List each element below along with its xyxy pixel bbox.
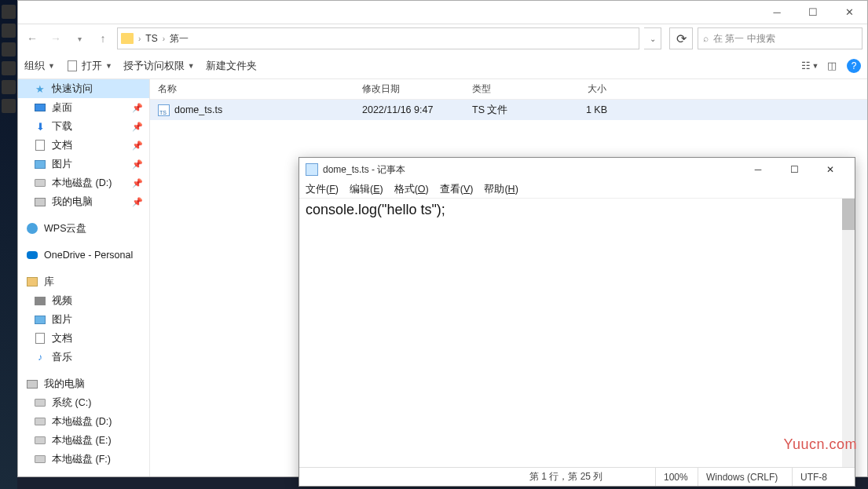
sidebar-lib-pictures[interactable]: 图片 xyxy=(18,310,149,329)
breadcrumb-seg[interactable]: TS xyxy=(145,33,157,44)
menu-edit[interactable]: 编辑(E) xyxy=(350,183,383,196)
notepad-window: dome_ts.ts - 记事本 ─ ☐ ✕ 文件(F) 编辑(E) 格式(O)… xyxy=(298,157,855,487)
file-name: dome_ts.ts xyxy=(174,104,222,115)
notepad-title: dome_ts.ts - 记事本 xyxy=(323,163,740,177)
status-zoom: 100% xyxy=(655,468,698,486)
status-position: 第 1 行，第 25 列 xyxy=(522,468,655,486)
sidebar-ldisk-e[interactable]: 本地磁盘 (E:) xyxy=(18,431,149,450)
pin-icon: 📌 xyxy=(132,103,143,113)
pin-icon: 📌 xyxy=(132,178,143,188)
sidebar-sys-c[interactable]: 系统 (C:) xyxy=(18,393,149,412)
pin-icon: 📌 xyxy=(132,197,143,207)
sidebar-library[interactable]: 库 xyxy=(18,272,149,291)
notepad-icon xyxy=(306,163,318,176)
sidebar-my-pc[interactable]: 我的电脑📌 xyxy=(18,192,149,211)
watermark: Yuucn.com xyxy=(783,436,857,453)
sidebar-ldisk-f[interactable]: 本地磁盘 (F:) xyxy=(18,450,149,469)
breadcrumb-seg[interactable]: 第一 xyxy=(170,32,189,46)
nav-up-icon[interactable]: ↑ xyxy=(93,29,112,48)
menu-file[interactable]: 文件(F) xyxy=(306,183,339,196)
folder-icon xyxy=(121,33,134,44)
nav-forward-icon[interactable]: → xyxy=(46,29,65,48)
sidebar-ldisk-d[interactable]: 本地磁盘 (D:) xyxy=(18,412,149,431)
file-size: 1 KB xyxy=(560,104,615,115)
explorer-titlebar[interactable]: ─ ☐ ✕ xyxy=(18,1,867,24)
sidebar-this-pc[interactable]: 我的电脑 xyxy=(18,374,149,393)
file-row[interactable]: dome_ts.ts 2022/11/16 9:47 TS 文件 1 KB xyxy=(150,100,867,120)
sidebar-pictures[interactable]: 图片📌 xyxy=(18,155,149,173)
file-type: TS 文件 xyxy=(464,104,560,117)
maximize-button[interactable]: ☐ xyxy=(776,158,812,181)
view-options-icon[interactable]: ☷▼ xyxy=(803,59,817,73)
close-button[interactable]: ✕ xyxy=(831,1,867,24)
notepad-titlebar[interactable]: dome_ts.ts - 记事本 ─ ☐ ✕ xyxy=(299,158,855,181)
address-dropdown-icon[interactable]: ⌄ xyxy=(644,27,661,49)
open-menu[interactable]: 打开▼ xyxy=(66,59,112,73)
sidebar-wps[interactable]: WPS云盘 xyxy=(18,219,149,238)
refresh-button[interactable]: ⟳ xyxy=(669,27,693,49)
preview-pane-icon[interactable]: ◫ xyxy=(825,59,839,73)
col-date[interactable]: 修改日期 xyxy=(354,82,464,96)
scroll-thumb[interactable] xyxy=(842,199,855,230)
menu-help[interactable]: 帮助(H) xyxy=(484,183,518,196)
help-icon[interactable]: ? xyxy=(847,59,861,73)
notepad-menubar: 文件(F) 编辑(E) 格式(O) 查看(V) 帮助(H) xyxy=(299,181,855,199)
pin-icon: 📌 xyxy=(132,122,143,132)
sidebar-videos[interactable]: 视频 xyxy=(18,291,149,310)
sidebar-downloads[interactable]: ⬇下载📌 xyxy=(18,117,149,136)
notepad-statusbar: 第 1 行，第 25 列 100% Windows (CRLF) UTF-8 xyxy=(299,467,855,486)
menu-view[interactable]: 查看(V) xyxy=(440,183,474,196)
nav-recent-icon[interactable]: ▾ xyxy=(70,29,89,48)
address-bar[interactable]: › TS › 第一 xyxy=(117,27,639,49)
file-date: 2022/11/16 9:47 xyxy=(354,104,464,115)
nav-back-icon[interactable]: ← xyxy=(23,29,42,48)
sidebar-desktop[interactable]: 桌面📌 xyxy=(18,98,149,117)
organize-menu[interactable]: 组织▼ xyxy=(24,59,55,73)
new-folder-button[interactable]: 新建文件夹 xyxy=(206,59,257,73)
notepad-textarea[interactable]: console.log("hello ts"); xyxy=(299,199,855,467)
minimize-button[interactable]: ─ xyxy=(759,1,795,24)
pin-icon: 📌 xyxy=(132,140,143,151)
sidebar-onedrive[interactable]: OneDrive - Personal xyxy=(18,246,149,265)
close-button[interactable]: ✕ xyxy=(812,158,848,181)
breadcrumb-sep: › xyxy=(137,35,142,43)
sidebar-music[interactable]: ♪音乐 xyxy=(18,348,149,367)
menu-format[interactable]: 格式(O) xyxy=(394,183,429,196)
vertical-scrollbar[interactable] xyxy=(842,199,855,467)
pin-icon: 📌 xyxy=(132,159,143,170)
breadcrumb-sep: › xyxy=(161,35,167,43)
search-icon: ⌕ xyxy=(703,33,709,44)
search-input[interactable]: ⌕ 在 第一 中搜索 xyxy=(698,27,863,49)
search-placeholder: 在 第一 中搜索 xyxy=(713,32,775,46)
status-eol: Windows (CRLF) xyxy=(698,468,792,486)
explorer-sidebar: ★快速访问 桌面📌 ⬇下载📌 文档📌 图片📌 本地磁盘 (D:)📌 我的电脑📌 … xyxy=(18,79,150,476)
notepad-content: console.log("hello ts"); xyxy=(306,202,445,217)
sidebar-documents[interactable]: 文档📌 xyxy=(18,136,149,155)
column-headers[interactable]: 名称 修改日期 类型 大小 xyxy=(150,79,867,100)
grant-access-menu[interactable]: 授予访问权限▼ xyxy=(123,59,195,73)
desktop-background xyxy=(0,0,17,489)
maximize-button[interactable]: ☐ xyxy=(795,1,831,24)
sidebar-lib-documents[interactable]: 文档 xyxy=(18,329,149,348)
col-name[interactable]: 名称 xyxy=(150,82,354,96)
sidebar-quick-access[interactable]: ★快速访问 xyxy=(18,79,149,98)
minimize-button[interactable]: ─ xyxy=(740,158,776,181)
col-type[interactable]: 类型 xyxy=(464,82,560,96)
col-size[interactable]: 大小 xyxy=(560,82,615,96)
sidebar-disk-d[interactable]: 本地磁盘 (D:)📌 xyxy=(18,173,149,192)
ts-file-icon xyxy=(158,104,170,116)
status-encoding: UTF-8 xyxy=(792,468,855,486)
